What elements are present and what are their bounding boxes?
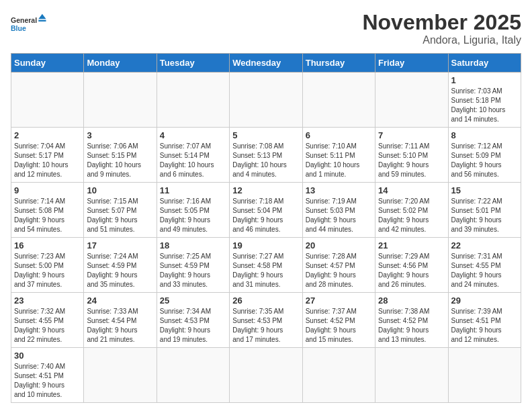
day-info: Sunrise: 7:20 AM Sunset: 5:02 PM Dayligh… (378, 197, 445, 234)
day-number: 4 (160, 130, 226, 140)
svg-text:Blue: Blue (11, 24, 26, 32)
day-info: Sunrise: 7:11 AM Sunset: 5:10 PM Dayligh… (378, 142, 445, 179)
day-info: Sunrise: 7:08 AM Sunset: 5:13 PM Dayligh… (232, 142, 299, 179)
page-title: November 2025 (362, 11, 521, 34)
calendar-cell: 12Sunrise: 7:18 AM Sunset: 5:04 PM Dayli… (230, 183, 302, 238)
day-info: Sunrise: 7:34 AM Sunset: 4:53 PM Dayligh… (160, 307, 226, 345)
day-number: 24 (87, 295, 153, 306)
calendar-cell: 25Sunrise: 7:34 AM Sunset: 4:53 PM Dayli… (157, 293, 229, 348)
calendar-week-row: 2Sunrise: 7:04 AM Sunset: 5:17 PM Daylig… (11, 128, 521, 183)
day-info: Sunrise: 7:40 AM Sunset: 4:51 PM Dayligh… (14, 362, 81, 400)
calendar-cell: 14Sunrise: 7:20 AM Sunset: 5:02 PM Dayli… (375, 183, 448, 238)
calendar-cell: 6Sunrise: 7:10 AM Sunset: 5:11 PM Daylig… (302, 128, 375, 183)
calendar-cell: 18Sunrise: 7:25 AM Sunset: 4:59 PM Dayli… (157, 238, 229, 293)
calendar-cell: 7Sunrise: 7:11 AM Sunset: 5:10 PM Daylig… (375, 128, 448, 183)
day-info: Sunrise: 7:25 AM Sunset: 4:59 PM Dayligh… (160, 252, 226, 289)
day-info: Sunrise: 7:31 AM Sunset: 4:55 PM Dayligh… (451, 252, 518, 289)
page-subtitle: Andora, Liguria, Italy (362, 34, 521, 46)
day-info: Sunrise: 7:06 AM Sunset: 5:15 PM Dayligh… (87, 142, 153, 179)
calendar-week-row: 16Sunrise: 7:23 AM Sunset: 5:00 PM Dayli… (11, 238, 521, 293)
day-info: Sunrise: 7:28 AM Sunset: 4:57 PM Dayligh… (306, 252, 372, 289)
day-info: Sunrise: 7:23 AM Sunset: 5:00 PM Dayligh… (14, 252, 81, 289)
calendar-cell: 16Sunrise: 7:23 AM Sunset: 5:00 PM Dayli… (11, 238, 84, 293)
logo: General Blue (11, 11, 51, 40)
day-info: Sunrise: 7:27 AM Sunset: 4:58 PM Dayligh… (232, 252, 299, 289)
day-number: 13 (306, 185, 372, 195)
day-number: 28 (378, 295, 445, 306)
calendar-cell: 19Sunrise: 7:27 AM Sunset: 4:58 PM Dayli… (230, 238, 302, 293)
day-info: Sunrise: 7:35 AM Sunset: 4:53 PM Dayligh… (232, 307, 299, 345)
weekday-header-wednesday: Wednesday (230, 54, 302, 73)
day-number: 18 (160, 240, 226, 250)
calendar-cell: 28Sunrise: 7:38 AM Sunset: 4:52 PM Dayli… (375, 293, 448, 348)
day-number: 12 (232, 185, 299, 195)
day-info: Sunrise: 7:18 AM Sunset: 5:04 PM Dayligh… (232, 197, 299, 234)
day-info: Sunrise: 7:22 AM Sunset: 5:01 PM Dayligh… (451, 197, 518, 234)
weekday-header-monday: Monday (84, 54, 157, 73)
calendar-week-row: 30Sunrise: 7:40 AM Sunset: 4:51 PM Dayli… (11, 348, 521, 403)
calendar-cell: 3Sunrise: 7:06 AM Sunset: 5:15 PM Daylig… (84, 128, 157, 183)
day-number: 29 (451, 295, 518, 306)
day-info: Sunrise: 7:24 AM Sunset: 4:59 PM Dayligh… (87, 252, 153, 289)
calendar-cell: 21Sunrise: 7:29 AM Sunset: 4:56 PM Dayli… (375, 238, 448, 293)
day-info: Sunrise: 7:29 AM Sunset: 4:56 PM Dayligh… (378, 252, 445, 289)
day-info: Sunrise: 7:10 AM Sunset: 5:11 PM Dayligh… (306, 142, 372, 179)
title-block: November 2025 Andora, Liguria, Italy (362, 11, 521, 46)
calendar-cell (84, 348, 157, 403)
calendar-week-row: 23Sunrise: 7:32 AM Sunset: 4:55 PM Dayli… (11, 293, 521, 348)
day-info: Sunrise: 7:14 AM Sunset: 5:08 PM Dayligh… (14, 197, 81, 234)
day-number: 22 (451, 240, 518, 250)
day-info: Sunrise: 7:33 AM Sunset: 4:54 PM Dayligh… (87, 307, 153, 345)
svg-marker-2 (38, 14, 46, 19)
logo-svg: General Blue (11, 11, 51, 40)
day-number: 30 (14, 351, 81, 361)
svg-text:General: General (11, 16, 37, 24)
calendar-cell: 5Sunrise: 7:08 AM Sunset: 5:13 PM Daylig… (230, 128, 302, 183)
calendar-cell: 29Sunrise: 7:39 AM Sunset: 4:51 PM Dayli… (448, 293, 521, 348)
calendar-table: SundayMondayTuesdayWednesdayThursdayFrid… (11, 53, 521, 403)
day-number: 6 (306, 130, 372, 140)
day-number: 7 (378, 130, 445, 140)
day-number: 11 (160, 185, 226, 195)
weekday-header-thursday: Thursday (302, 54, 375, 73)
day-number: 9 (14, 185, 81, 195)
day-number: 20 (306, 240, 372, 250)
day-info: Sunrise: 7:39 AM Sunset: 4:51 PM Dayligh… (451, 307, 518, 345)
day-number: 21 (378, 240, 445, 250)
weekday-header-saturday: Saturday (448, 54, 521, 73)
calendar-cell (230, 348, 302, 403)
day-number: 8 (451, 130, 518, 140)
calendar-cell: 13Sunrise: 7:19 AM Sunset: 5:03 PM Dayli… (302, 183, 375, 238)
calendar-cell: 20Sunrise: 7:28 AM Sunset: 4:57 PM Dayli… (302, 238, 375, 293)
calendar-cell (230, 73, 302, 128)
calendar-cell (157, 348, 229, 403)
svg-rect-3 (38, 20, 46, 21)
weekday-header-sunday: Sunday (11, 54, 84, 73)
calendar-cell (157, 73, 229, 128)
weekday-header-friday: Friday (375, 54, 448, 73)
day-info: Sunrise: 7:32 AM Sunset: 4:55 PM Dayligh… (14, 307, 81, 345)
weekday-header-tuesday: Tuesday (157, 54, 229, 73)
page-header: General Blue November 2025 Andora, Ligur… (11, 11, 521, 46)
calendar-cell: 4Sunrise: 7:07 AM Sunset: 5:14 PM Daylig… (157, 128, 229, 183)
calendar-cell: 1Sunrise: 7:03 AM Sunset: 5:18 PM Daylig… (448, 73, 521, 128)
calendar-cell (375, 348, 448, 403)
day-number: 17 (87, 240, 153, 250)
day-info: Sunrise: 7:07 AM Sunset: 5:14 PM Dayligh… (160, 142, 226, 179)
calendar-cell: 2Sunrise: 7:04 AM Sunset: 5:17 PM Daylig… (11, 128, 84, 183)
calendar-cell: 23Sunrise: 7:32 AM Sunset: 4:55 PM Dayli… (11, 293, 84, 348)
day-number: 16 (14, 240, 81, 250)
calendar-cell (375, 73, 448, 128)
calendar-cell: 10Sunrise: 7:15 AM Sunset: 5:07 PM Dayli… (84, 183, 157, 238)
day-info: Sunrise: 7:16 AM Sunset: 5:05 PM Dayligh… (160, 197, 226, 234)
day-number: 25 (160, 295, 226, 306)
calendar-cell: 15Sunrise: 7:22 AM Sunset: 5:01 PM Dayli… (448, 183, 521, 238)
day-info: Sunrise: 7:03 AM Sunset: 5:18 PM Dayligh… (451, 87, 518, 124)
calendar-cell: 26Sunrise: 7:35 AM Sunset: 4:53 PM Dayli… (230, 293, 302, 348)
day-number: 15 (451, 185, 518, 195)
day-number: 10 (87, 185, 153, 195)
day-number: 26 (232, 295, 299, 306)
calendar-cell: 30Sunrise: 7:40 AM Sunset: 4:51 PM Dayli… (11, 348, 84, 403)
day-number: 14 (378, 185, 445, 195)
day-info: Sunrise: 7:37 AM Sunset: 4:52 PM Dayligh… (306, 307, 372, 345)
